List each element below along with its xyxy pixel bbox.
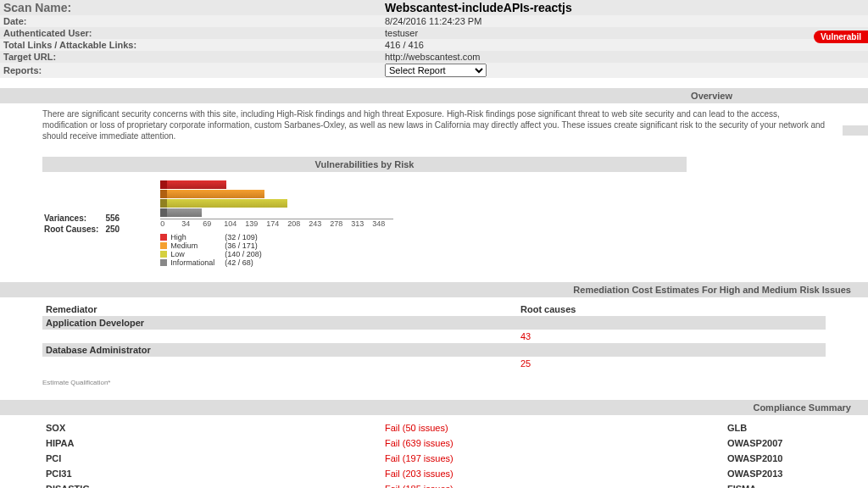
auth-user-value: testuser bbox=[381, 27, 868, 39]
remediator-name: Application Developer bbox=[42, 316, 826, 330]
bar-low bbox=[160, 199, 393, 208]
compliance-table: SOXFail (50 issues)GLBHIPAAFail (639 iss… bbox=[42, 420, 826, 488]
estimate-footnote: Estimate Qualification* bbox=[0, 375, 868, 390]
select-report-dropdown[interactable]: Select Report bbox=[385, 64, 487, 77]
compliance-status: Fail (50 issues) bbox=[381, 420, 724, 435]
rootcauses-col-header: Root causes bbox=[517, 302, 826, 316]
date-value: 8/24/2016 11:24:23 PM bbox=[381, 15, 868, 27]
remediator-value: 25 bbox=[517, 357, 826, 370]
compliance-name-right: OWASP2010 bbox=[724, 451, 826, 466]
target-url-value: http://webscantest.com bbox=[381, 51, 868, 63]
legend-informational: Informational(42 / 68) bbox=[160, 258, 393, 267]
compliance-name: HIPAA bbox=[42, 435, 381, 451]
chart-axis: 03469104139174208243278313348 bbox=[160, 219, 393, 228]
remediator-name: Database Administrator bbox=[42, 343, 826, 357]
links-label: Total Links / Attackable Links: bbox=[0, 39, 381, 51]
overview-text: There are significant security concerns … bbox=[42, 108, 826, 141]
scan-info-header: Scan Name:Webscantest-includeAPIs-reactj… bbox=[0, 0, 868, 78]
compliance-name-right: GLB bbox=[724, 420, 826, 435]
reports-label: Reports: bbox=[0, 63, 381, 78]
vuln-stats-table: Variances:556 Root Causes:250 bbox=[42, 212, 126, 236]
bar-medium bbox=[160, 190, 393, 198]
compliance-name-right: OWASP2007 bbox=[724, 435, 826, 451]
compliance-status: Fail (203 issues) bbox=[381, 466, 724, 481]
remediation-table: RemediatorRoot causes Application Develo… bbox=[42, 302, 826, 370]
vuln-by-risk-header: Vulnerabilities by Risk bbox=[42, 157, 687, 172]
root-causes-value: 250 bbox=[105, 225, 125, 234]
compliance-name-right: FISMA bbox=[724, 481, 826, 488]
root-causes-label: Root Causes: bbox=[44, 225, 103, 234]
chart-legend: High(32 / 109)Medium(36 / 171)Low(140 / … bbox=[160, 233, 393, 267]
right-stub bbox=[843, 125, 868, 136]
variances-value: 556 bbox=[105, 214, 125, 223]
compliance-status: Fail (197 issues) bbox=[381, 451, 724, 466]
legend-medium: Medium(36 / 171) bbox=[160, 241, 393, 250]
vuln-bar-chart: 03469104139174208243278313348 High(32 / … bbox=[160, 180, 393, 267]
legend-low: Low(140 / 208) bbox=[160, 250, 393, 258]
bar-high bbox=[160, 180, 393, 189]
date-label: Date: bbox=[0, 15, 381, 27]
links-value: 416 / 416 bbox=[381, 39, 868, 51]
scan-name-value: Webscantest-includeAPIs-reactjs bbox=[381, 0, 868, 15]
scan-name-label: Scan Name: bbox=[0, 0, 381, 15]
auth-user-label: Authenticated User: bbox=[0, 27, 381, 39]
compliance-name: DISASTIG bbox=[42, 481, 381, 488]
compliance-status: Fail (185 issues) bbox=[381, 481, 724, 488]
compliance-name-right: OWASP2013 bbox=[724, 466, 826, 481]
target-url-label: Target URL: bbox=[0, 51, 381, 63]
remediator-value: 43 bbox=[517, 330, 826, 343]
legend-high: High(32 / 109) bbox=[160, 233, 393, 241]
compliance-header: Compliance Summary bbox=[0, 400, 868, 415]
compliance-name: PCI31 bbox=[42, 466, 381, 481]
compliance-name: SOX bbox=[42, 420, 381, 435]
vulnerability-pill[interactable]: Vulnerabil bbox=[814, 30, 868, 43]
remediator-col-header: Remediator bbox=[42, 302, 517, 316]
overview-header: Overview bbox=[0, 88, 868, 103]
compliance-name: PCI bbox=[42, 451, 381, 466]
compliance-status: Fail (639 issues) bbox=[381, 435, 724, 451]
variances-label: Variances: bbox=[44, 214, 103, 223]
bar-informational bbox=[160, 208, 393, 217]
remediation-header: Remediation Cost Estimates For High and … bbox=[0, 282, 868, 297]
